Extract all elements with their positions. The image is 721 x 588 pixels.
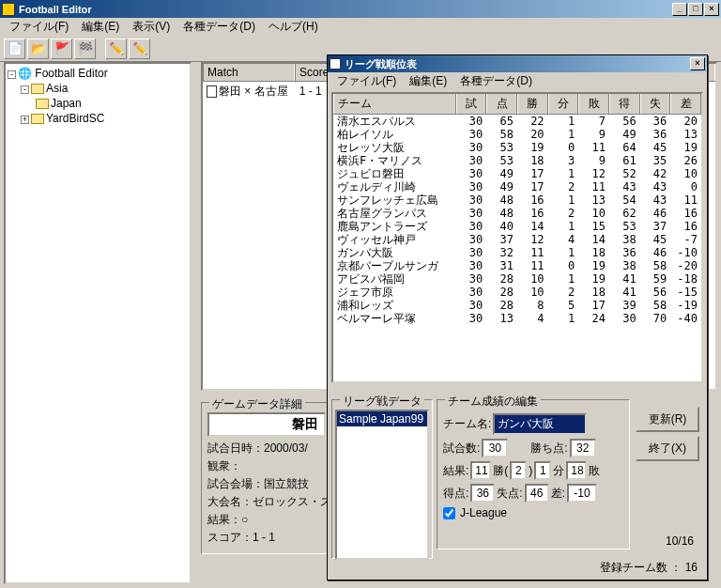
league-item-selected[interactable]: Sample Japan99 (337, 411, 427, 426)
tree-japan[interactable]: Japan (8, 96, 188, 111)
tool-open[interactable]: 📂 (27, 39, 49, 59)
close-button[interactable]: × (704, 3, 719, 16)
tree-view[interactable]: -🌐 Football Editor -Asia Japan +YardBird… (4, 62, 192, 584)
update-button[interactable]: 更新(R) (636, 407, 699, 432)
team-name-input[interactable]: ガンバ大阪 (493, 413, 587, 435)
ext-input[interactable]: 2 (510, 461, 527, 480)
detail-title: ゲームデータ詳細 (209, 396, 305, 412)
standings-row[interactable]: 鹿島アントラーズ304014115533716 (333, 220, 701, 233)
col-match[interactable]: Match (203, 64, 295, 81)
tool-flag2[interactable]: 🏁 (74, 39, 96, 59)
tree-root[interactable]: -🌐 Football Editor (8, 66, 188, 81)
menu-help[interactable]: ヘルプ(H) (263, 18, 324, 36)
standings-row[interactable]: 柏レイソル30582019493613 (333, 128, 701, 141)
tool-flag[interactable]: 🚩 (51, 39, 72, 59)
losses-input[interactable]: 18 (566, 461, 587, 480)
standings-row[interactable]: 京都パープルサンガ3031110193858-20 (333, 259, 701, 272)
jleague-checkbox[interactable] (443, 507, 455, 519)
standings-row[interactable]: ジェフ市原3028102184156-15 (333, 286, 701, 299)
maximize-button[interactable]: □ (688, 3, 703, 16)
played-input[interactable]: 30 (482, 439, 508, 457)
detail-team: 磐田 (207, 412, 326, 437)
league-data-list[interactable]: Sample Japan99 (335, 410, 429, 560)
standings-row[interactable]: 浦和レッズ302885173958-19 (333, 299, 701, 312)
standings-row[interactable]: サンフレッチェ広島304816113544311 (333, 193, 701, 207)
tool-edit2[interactable]: ✏️ (129, 39, 150, 59)
points-input[interactable]: 32 (570, 439, 596, 457)
team-edit-box: チーム成績の編集 チーム名: ガンバ大阪 試合数: 30 勝ち点: 32 結果:… (437, 399, 630, 549)
standings-row[interactable]: ガンバ大阪3032111183646-10 (333, 246, 701, 259)
wins-input[interactable]: 11 (470, 461, 491, 480)
menu-data[interactable]: 各種データ(D) (177, 18, 261, 36)
counter-text: 10/16 (666, 534, 694, 548)
dialog-menubar: ファイル(F) 編集(E) 各種データ(D) (328, 72, 707, 90)
exit-button[interactable]: 終了(X) (636, 436, 699, 461)
dialog-icon (330, 58, 341, 70)
main-titlebar: Football Editor _ □ × (0, 0, 721, 18)
standings-row[interactable]: ヴェルディ川崎30491721143430 (333, 180, 701, 193)
standings-row[interactable]: ベルマーレ平塚301341243070-40 (333, 312, 701, 325)
tool-edit1[interactable]: ✏️ (105, 39, 127, 59)
league-data-box: リーグ戦データ Sample Japan99 (331, 399, 433, 559)
standings-row[interactable]: ヴィッセル神戸3037124143845-7 (333, 233, 701, 246)
footer-text: 登録チーム数 ： 16 (600, 560, 698, 576)
ga-input[interactable]: 46 (525, 484, 549, 503)
dialog-title: リーグ戦順位表 (345, 57, 690, 71)
standings-row[interactable]: 清水エスパルス30652217563620 (333, 115, 701, 128)
gf-input[interactable]: 36 (470, 484, 495, 503)
minimize-button[interactable]: _ (672, 3, 687, 16)
menu-view[interactable]: 表示(V) (127, 18, 176, 36)
gd-input[interactable]: -10 (567, 484, 597, 503)
dialog-titlebar: リーグ戦順位表 × (328, 55, 707, 72)
draws-input[interactable]: 1 (534, 461, 551, 480)
dlg-menu-file[interactable]: ファイル(F) (331, 72, 402, 90)
main-menubar: ファイル(F) 編集(E) 表示(V) 各種データ(D) ヘルプ(H) (0, 18, 721, 36)
tool-new[interactable]: 📄 (4, 39, 25, 59)
standings-row[interactable]: アビスパ福岡3028101194159-18 (333, 272, 701, 286)
window-title: Football Editor (19, 4, 672, 15)
menu-file[interactable]: ファイル(F) (4, 18, 74, 36)
menu-edit[interactable]: 編集(E) (76, 18, 125, 36)
standings-row[interactable]: 名古屋グランパス304816210624616 (333, 207, 701, 220)
tree-yardbird[interactable]: +YardBirdSC (8, 111, 188, 126)
standings-dialog: リーグ戦順位表 × ファイル(F) 編集(E) 各種データ(D) チーム 試 点… (327, 54, 708, 580)
standings-header: チーム 試 点 勝 分 敗 得 失 差 (333, 94, 701, 115)
standings-row[interactable]: 横浜F・マリノス30531839613526 (333, 154, 701, 167)
dlg-menu-edit[interactable]: 編集(E) (404, 72, 453, 90)
dialog-close-button[interactable]: × (690, 57, 705, 70)
standings-table[interactable]: チーム 試 点 勝 分 敗 得 失 差 清水エスパルス3065221756362… (331, 92, 703, 383)
app-icon (2, 3, 15, 16)
standings-row[interactable]: セレッソ大阪305319011644519 (333, 141, 701, 154)
game-detail-box: ゲームデータ詳細 磐田 試合日時：2000/03/ 観衆： 試合会場：国立競技 … (201, 402, 332, 554)
standings-row[interactable]: ジュビロ磐田304917112524210 (333, 167, 701, 180)
dlg-menu-data[interactable]: 各種データ(D) (454, 72, 538, 90)
tree-asia[interactable]: -Asia (8, 81, 188, 96)
